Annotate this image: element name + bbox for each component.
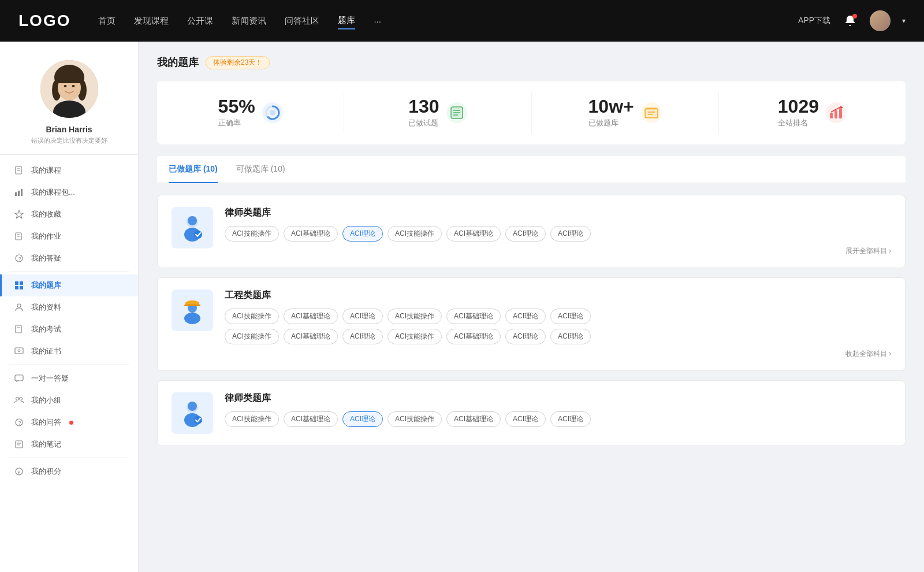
nav-qbank[interactable]: 题库: [338, 13, 355, 29]
qbank-card-header-2: 工程类题库 ACI技能操作 ACI基础理论 ACI理论 ACI技能操作 ACI基…: [172, 289, 891, 359]
page-layout: Brian Harris 错误的决定比没有决定要好 我的课程 我的课程包...: [0, 42, 924, 572]
sidebar-item-group[interactable]: 我的小组: [0, 389, 138, 411]
stat-done-banks-number: 10w+: [588, 97, 634, 116]
stat-done-q-icon: [446, 102, 467, 123]
app-download[interactable]: APP下载: [798, 16, 830, 26]
sidebar-item-notes[interactable]: 我的笔记: [0, 433, 138, 455]
qbank-tag[interactable]: ACI基础理论: [446, 309, 501, 324]
nav-home[interactable]: 首页: [98, 13, 116, 29]
notification-bell[interactable]: [842, 13, 858, 29]
sidebar-avatar: [40, 60, 98, 118]
stat-done-banks-label: 已做题库: [588, 118, 634, 128]
tab-available-banks[interactable]: 可做题库 (10): [236, 156, 285, 183]
sidebar-item-group-label: 我的小组: [31, 395, 61, 406]
qbank-tag[interactable]: ACI理论: [342, 309, 383, 324]
svg-rect-47: [645, 109, 658, 118]
sidebar: Brian Harris 错误的决定比没有决定要好 我的课程 我的课程包...: [0, 42, 139, 572]
sidebar-item-courses[interactable]: 我的课程: [0, 159, 138, 181]
qbank-tag[interactable]: ACI基础理论: [284, 329, 338, 344]
nav-discover[interactable]: 发现课程: [134, 13, 169, 29]
qbank-icon-lawyer1: [172, 207, 213, 248]
qbank-tag[interactable]: ACI理论: [505, 226, 546, 242]
qbank-tag[interactable]: ACI理论: [550, 309, 591, 324]
nav-qa[interactable]: 问答社区: [285, 13, 319, 29]
qbank-tags-1: ACI技能操作 ACI基础理论 ACI理论 ACI技能操作 ACI基础理论 AC…: [225, 226, 891, 242]
qbank-tag[interactable]: ACI技能操作: [388, 411, 442, 427]
sidebar-item-qa[interactable]: ? 我的答疑: [0, 247, 138, 269]
tab-done-banks[interactable]: 已做题库 (10): [169, 156, 218, 183]
user-dropdown-arrow[interactable]: ▾: [902, 17, 906, 25]
sidebar-item-points[interactable]: ¥ 我的积分: [0, 460, 138, 482]
qbank-tag[interactable]: ACI技能操作: [225, 309, 279, 324]
svg-point-31: [20, 398, 23, 400]
doc-icon: [14, 165, 24, 176]
qbank-tag[interactable]: ACI基础理论: [446, 226, 501, 242]
qbank-tag-active[interactable]: ACI理论: [342, 411, 383, 427]
sidebar-item-qbank[interactable]: 我的题库: [0, 274, 138, 296]
svg-rect-27: [15, 348, 23, 354]
sidebar-divider-2: [9, 365, 129, 365]
svg-rect-34: [16, 441, 23, 448]
qbank-tag[interactable]: ACI理论: [550, 411, 591, 427]
qbank-tag[interactable]: ACI技能操作: [388, 329, 442, 344]
qbank-tag[interactable]: ACI理论: [505, 329, 546, 344]
qbank-expand-1[interactable]: 展开全部科目 ›: [225, 246, 891, 256]
qbank-tag[interactable]: ACI技能操作: [225, 226, 279, 242]
svg-point-28: [18, 350, 20, 352]
svg-point-6: [64, 85, 66, 87]
sidebar-item-favorites[interactable]: 我的收藏: [0, 203, 138, 225]
sidebar-item-homework[interactable]: 我的作业: [0, 225, 138, 247]
navbar: LOGO 首页 发现课程 公开课 新闻资讯 问答社区 题库 ··· APP下载 …: [0, 0, 924, 42]
sidebar-item-exam[interactable]: 我的考试: [0, 318, 138, 340]
stat-accuracy-icon: [262, 102, 283, 123]
qbank-tag[interactable]: ACI基础理论: [284, 309, 338, 324]
qbank-tags-row2: ACI技能操作 ACI基础理论 ACI理论 ACI技能操作 ACI基础理论 AC…: [225, 329, 891, 344]
myqa-badge: [69, 421, 73, 425]
qbank-tag[interactable]: ACI理论: [505, 309, 546, 324]
stat-done-banks: 10w+ 已做题库: [532, 92, 719, 133]
sidebar-item-coursepack[interactable]: 我的课程包...: [0, 181, 138, 203]
stat-done-q-value: 130 已做试题: [408, 97, 439, 128]
svg-point-24: [17, 304, 21, 307]
svg-rect-29: [15, 375, 23, 381]
qbank-tag[interactable]: ACI基础理论: [446, 329, 501, 344]
sidebar-item-profile-label: 我的资料: [31, 302, 61, 313]
sidebar-item-tutoring-label: 一对一答疑: [31, 373, 69, 384]
grid-icon: [14, 280, 24, 291]
stat-accuracy-label: 正确率: [218, 118, 255, 128]
nav-opencourse[interactable]: 公开课: [187, 13, 213, 29]
qbank-content-2: 工程类题库 ACI技能操作 ACI基础理论 ACI理论 ACI技能操作 ACI基…: [225, 289, 891, 359]
nav-more[interactable]: ···: [374, 14, 381, 28]
sidebar-item-profile[interactable]: 我的资料: [0, 296, 138, 318]
stat-accuracy-value: 55% 正确率: [218, 97, 255, 128]
qbank-tag[interactable]: ACI技能操作: [388, 309, 442, 324]
qbank-tag[interactable]: ACI技能操作: [388, 226, 442, 242]
qbank-tag[interactable]: ACI基础理论: [446, 411, 501, 427]
sidebar-item-qbank-label: 我的题库: [31, 280, 61, 291]
sidebar-item-myqa[interactable]: ? 我的问答: [0, 411, 138, 433]
chart-icon: [14, 187, 24, 198]
svg-text:?: ?: [18, 420, 21, 426]
qbank-tag[interactable]: ACI理论: [550, 329, 591, 344]
qbank-tag[interactable]: ACI技能操作: [225, 329, 279, 344]
user-avatar[interactable]: [870, 10, 891, 31]
qbank-tag[interactable]: ACI理论: [505, 411, 546, 427]
qbank-content-1: 律师类题库 ACI技能操作 ACI基础理论 ACI理论 ACI技能操作 ACI基…: [225, 207, 891, 256]
svg-point-57: [188, 216, 197, 225]
tabs-bar: 已做题库 (10) 可做题库 (10): [157, 156, 906, 183]
qbank-tag[interactable]: ACI基础理论: [284, 411, 338, 427]
stats-bar: 55% 正确率 130 已做试题: [157, 81, 906, 144]
qbank-tag[interactable]: ACI技能操作: [225, 411, 279, 427]
qbank-tag[interactable]: ACI理论: [550, 226, 591, 242]
sidebar-item-cert[interactable]: 我的证书: [0, 340, 138, 362]
stat-done-banks-icon: [641, 102, 662, 123]
chat-icon: [14, 373, 24, 384]
qbank-tag[interactable]: ACI基础理论: [284, 226, 338, 242]
qbank-tag[interactable]: ACI理论: [342, 329, 383, 344]
nav-news[interactable]: 新闻资讯: [232, 13, 266, 29]
qbank-tag-active[interactable]: ACI理论: [342, 226, 383, 242]
svg-text:¥: ¥: [17, 470, 21, 475]
qbank-collapse-2[interactable]: 收起全部科目 ›: [225, 349, 891, 359]
svg-rect-53: [834, 110, 837, 118]
sidebar-item-tutoring[interactable]: 一对一答疑: [0, 367, 138, 389]
